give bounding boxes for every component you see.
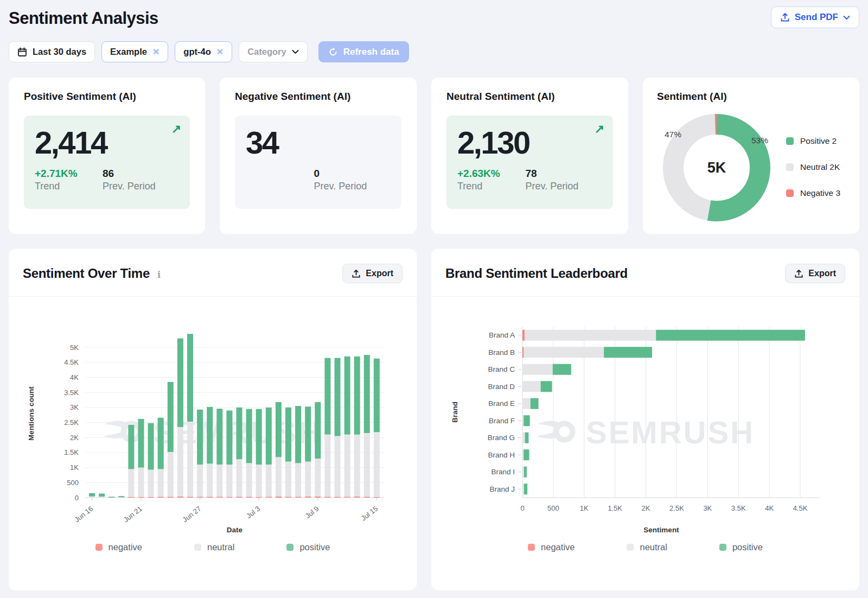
trend-up-icon: ↗ — [595, 122, 604, 136]
legend-item-positive[interactable]: positive — [719, 542, 763, 552]
svg-text:1K: 1K — [70, 463, 79, 472]
donut-legend-item[interactable]: Positive 2 — [786, 136, 840, 146]
date-range-picker[interactable]: Last 30 days — [9, 41, 95, 62]
kpi-trend-value: +2.63K% — [457, 168, 525, 180]
sentiment-donut-card: Sentiment (AI) 5K 47% 53% Positive 2Neut… — [643, 78, 859, 234]
kpi-card-neutral: Neutral Sentiment (AI) ↗ 2,130 +2.63K% T… — [431, 78, 628, 234]
kpi-value: 2,130 — [457, 125, 602, 160]
svg-text:Jun 27: Jun 27 — [181, 505, 202, 524]
refresh-data-button[interactable]: Refresh data — [318, 41, 409, 62]
svg-text:Brand D: Brand D — [488, 383, 515, 391]
kpi-card-negative: Negative Sentiment (AI) ↗ 34 0 Prev. Per… — [220, 78, 417, 234]
kpi-prev-label: Prev. Period — [103, 181, 170, 192]
date-range-label: Last 30 days — [33, 47, 86, 57]
legend-label: negative — [108, 542, 142, 552]
svg-text:1.5K: 1.5K — [64, 448, 79, 456]
kpi-metric-box: ↗ 2,130 +2.63K% Trend 78 Prev. Period — [446, 116, 613, 209]
info-icon[interactable]: i — [157, 270, 161, 280]
svg-text:2K: 2K — [642, 504, 650, 512]
upload-icon — [352, 269, 361, 278]
export-button[interactable]: Export — [785, 264, 845, 283]
svg-text:Mentions count: Mentions count — [27, 386, 35, 441]
donut-center-label: 5K — [660, 111, 773, 224]
legend-label: negative — [541, 542, 575, 552]
svg-text:Brand I: Brand I — [491, 468, 515, 476]
svg-text:4K: 4K — [70, 373, 79, 381]
donut-legend-item[interactable]: Neutral 2K — [786, 162, 840, 172]
svg-text:0: 0 — [520, 504, 524, 512]
legend-item-neutral[interactable]: neutral — [194, 542, 234, 552]
svg-text:Brand J: Brand J — [489, 485, 515, 493]
svg-text:Brand E: Brand E — [488, 399, 515, 408]
svg-text:5K: 5K — [70, 343, 79, 352]
kpi-value: 34 — [246, 125, 391, 160]
svg-text:Brand: Brand — [451, 402, 459, 423]
brand-leaderboard-chart: 05001K1.5K2K2.5K3K3.5K4K4.5KBrand ABrand… — [440, 319, 851, 537]
legend-swatch — [528, 544, 535, 551]
legend-swatch — [194, 544, 201, 551]
kpi-prev-value: 86 — [103, 168, 170, 180]
svg-text:3.5K: 3.5K — [64, 389, 79, 397]
chevron-down-icon — [292, 49, 299, 54]
donut-pct-neutral: 47% — [665, 130, 681, 139]
sentiment-over-time-card: Sentiment Over Time i Export SEMRUSH 050… — [9, 249, 417, 590]
legend-item-negative[interactable]: negative — [528, 542, 575, 552]
trend-up-icon: ↗ — [171, 122, 181, 136]
kpi-card-positive: Positive Sentiment (AI) ↗ 2,414 +2.71K% … — [9, 78, 205, 234]
kpi-prev-label: Prev. Period — [525, 181, 593, 192]
kpi-prev-value: 0 — [314, 168, 381, 180]
svg-text:Jul 3: Jul 3 — [245, 505, 261, 520]
close-icon[interactable]: ✕ — [216, 47, 224, 57]
refresh-icon — [328, 47, 338, 57]
svg-text:4.5K: 4.5K — [793, 504, 808, 512]
sentiment-donut-chart: 5K — [660, 111, 773, 224]
calendar-icon — [17, 47, 27, 57]
legend-item-neutral[interactable]: neutral — [627, 542, 667, 552]
category-dropdown[interactable]: Category — [239, 41, 308, 62]
svg-text:Jul 9: Jul 9 — [304, 505, 321, 520]
svg-text:Jun 21: Jun 21 — [122, 505, 144, 524]
send-pdf-label: Send PDF — [795, 12, 838, 23]
top-bar: Sentiment Analysis Send PDF — [9, 7, 859, 28]
svg-text:4.5K: 4.5K — [64, 358, 79, 366]
chart-title: Sentiment Over Time — [23, 266, 150, 281]
svg-text:Brand B: Brand B — [488, 348, 515, 357]
donut-legend: Positive 2Neutral 2KNegative 3 — [786, 136, 840, 198]
svg-text:Sentiment: Sentiment — [643, 526, 679, 534]
dashboard-page: Sentiment Analysis Send PDF Last 30 days… — [0, 0, 868, 597]
close-icon[interactable]: ✕ — [152, 47, 159, 57]
svg-text:Brand A: Brand A — [489, 331, 515, 339]
upload-icon — [794, 269, 803, 278]
filter-chip-label: Example — [110, 47, 147, 57]
upload-icon — [780, 12, 790, 22]
svg-text:Date: Date — [227, 526, 243, 534]
legend-swatch — [95, 544, 103, 551]
export-button[interactable]: Export — [342, 264, 403, 283]
brand-leaderboard-card: Brand Sentiment Leaderboard Export SEMRU… — [431, 249, 859, 590]
legend-label: neutral — [207, 542, 234, 552]
donut-pct-positive: 53% — [751, 136, 768, 145]
kpi-value: 2,414 — [35, 125, 179, 160]
brand-leaderboard-body: SEMRUSH 05001K1.5K2K2.5K3K3.5K4K4.5KBran… — [431, 297, 859, 590]
kpi-metric-box: ↗ 34 0 Prev. Period — [235, 116, 401, 209]
kpi-trend-value: +2.71K% — [35, 168, 103, 180]
svg-text:Brand C: Brand C — [488, 365, 515, 373]
kpi-title: Positive Sentiment (AI) — [24, 91, 190, 103]
legend-swatch — [786, 163, 794, 171]
legend-item-positive[interactable]: positive — [286, 542, 330, 552]
filter-chip-gpt-4o[interactable]: gpt-4o ✕ — [175, 41, 232, 62]
legend-label: Negative 3 — [800, 188, 840, 198]
legend-swatch — [786, 137, 794, 145]
filter-chip-example[interactable]: Example ✕ — [101, 41, 168, 62]
legend-item-negative[interactable]: negative — [95, 542, 142, 552]
send-pdf-button[interactable]: Send PDF — [771, 7, 859, 28]
donut-legend-item[interactable]: Negative 3 — [786, 188, 840, 198]
filter-chip-label: gpt-4o — [183, 47, 210, 57]
svg-text:Brand G: Brand G — [488, 434, 515, 442]
kpi-prev-label: Prev. Period — [314, 181, 381, 192]
chart-title: Brand Sentiment Leaderboard — [445, 266, 628, 281]
svg-text:1.5K: 1.5K — [608, 504, 622, 512]
svg-text:1K: 1K — [580, 504, 589, 512]
export-label: Export — [808, 269, 836, 278]
legend-label: positive — [299, 542, 330, 552]
